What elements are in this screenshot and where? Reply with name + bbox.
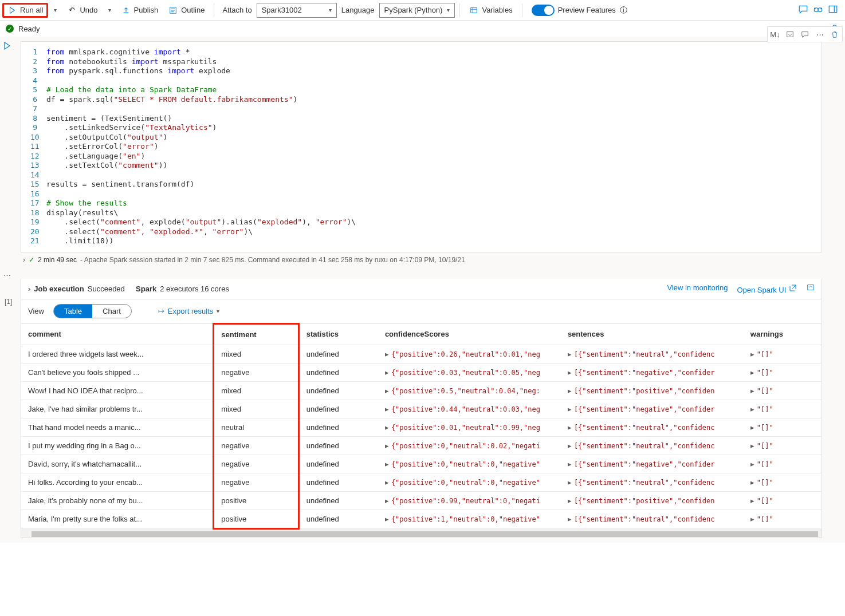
expand-triangle-icon[interactable]: ▸ [568, 386, 572, 395]
expand-triangle-icon[interactable]: ▸ [385, 496, 389, 505]
expand-triangle-icon[interactable]: ▸ [385, 515, 389, 523]
scrollbar-thumb[interactable] [32, 531, 818, 537]
toggle-switch[interactable] [532, 5, 555, 16]
column-header[interactable]: statistics [298, 323, 378, 345]
panel-icon[interactable] [828, 4, 838, 16]
undo-dropdown[interactable]: ▾ [104, 5, 116, 15]
expand-triangle-icon[interactable]: ▸ [385, 350, 389, 358]
code-line[interactable]: df = spark.sql("SELECT * FROM default.fa… [46, 95, 297, 105]
cell-run-button[interactable] [2, 41, 11, 52]
expand-triangle-icon[interactable]: ▸ [568, 515, 572, 523]
column-header[interactable]: comment [21, 323, 214, 345]
code-line[interactable]: .setOutputCol("output") [46, 133, 167, 143]
table-row[interactable]: Can't believe you fools shipped ...negat… [21, 363, 822, 381]
expand-triangle-icon[interactable]: ▸ [568, 405, 572, 413]
open-spark-ui-link[interactable]: Open Spark UI [737, 283, 797, 294]
code-line[interactable]: # Load the data into a Spark DataFrame [46, 85, 217, 95]
language-select[interactable]: PySpark (Python) ▾ [379, 3, 455, 18]
expand-triangle-icon[interactable]: ▸ [568, 441, 572, 450]
column-header[interactable]: warnings [744, 323, 822, 345]
table-view-button[interactable]: Table [54, 305, 92, 318]
code-line[interactable]: from mmlspark.cognitive import * [46, 48, 190, 57]
column-header[interactable]: confidenceScores [378, 323, 561, 345]
cell-collapse-button[interactable] [784, 28, 796, 41]
code-line[interactable]: .setLinkedService("TextAnalytics") [46, 123, 217, 133]
chart-view-button[interactable]: Chart [92, 305, 131, 318]
results-table-scroll[interactable]: commentsentimentstatisticsconfidenceScor… [21, 323, 822, 530]
horizontal-scrollbar[interactable] [21, 530, 822, 538]
cell-comment-button[interactable] [799, 28, 811, 41]
table-row[interactable]: That hand model needs a manic...neutralu… [21, 418, 822, 436]
code-line[interactable]: .limit(10)) [46, 236, 113, 246]
expand-triangle-icon[interactable]: ▸ [750, 441, 754, 450]
preview-features-toggle[interactable]: Preview Features ⓘ [527, 2, 633, 18]
code-line[interactable]: from notebookutils import mssparkutils [46, 57, 217, 67]
table-row[interactable]: Hi folks. According to your encab...nega… [21, 473, 822, 491]
expand-triangle-icon[interactable]: ▸ [568, 423, 572, 432]
export-results-button[interactable]: ↦ Export results ▾ [158, 307, 219, 315]
expand-triangle-icon[interactable]: ▸ [385, 441, 389, 450]
expand-triangle-icon[interactable]: ▸ [385, 423, 389, 432]
code-line[interactable]: .select("comment", "exploded.*", "error"… [46, 227, 253, 237]
code-line[interactable]: results = sentiment.transform(df) [46, 180, 194, 189]
table-row[interactable]: Jake, I've had similar problems tr...mix… [21, 400, 822, 418]
code-line[interactable]: .select("comment", explode("output").ali… [46, 218, 356, 227]
chevron-icon[interactable]: › [28, 285, 30, 293]
table-row[interactable]: Maria, I'm pretty sure the folks at...po… [21, 510, 822, 528]
cell-confidenceScores: ▸{"positive":0.03,"neutral":0.05,"neg [378, 363, 561, 381]
code-line[interactable]: from pyspark.sql.functions import explod… [46, 66, 230, 76]
publish-button[interactable]: Publish [117, 3, 163, 17]
expand-triangle-icon[interactable]: ▸ [568, 368, 572, 377]
expand-triangle-icon[interactable]: ▸ [750, 515, 754, 523]
expand-triangle-icon[interactable]: ▸ [750, 460, 754, 468]
table-row[interactable]: David, sorry, it's whatchamacallit...neg… [21, 455, 822, 473]
expand-triangle-icon[interactable]: ▸ [750, 478, 754, 487]
code-line[interactable]: .setLanguage("en") [46, 152, 145, 161]
table-row[interactable]: I put my wedding ring in a Bag o...negat… [21, 436, 822, 455]
code-line[interactable]: sentiment = (TextSentiment() [46, 114, 172, 124]
chevron-icon[interactable]: › [23, 256, 25, 264]
status-text: Ready [18, 25, 40, 33]
column-header[interactable]: sentiment [214, 323, 298, 345]
expand-triangle-icon[interactable]: ▸ [750, 386, 754, 395]
run-all-button[interactable]: Run all [2, 3, 48, 18]
code-line[interactable]: .setTextCol("comment")) [46, 161, 167, 171]
expand-triangle-icon[interactable]: ▸ [385, 405, 389, 413]
table-row[interactable]: Wow! I had NO IDEA that recipro...mixedu… [21, 381, 822, 400]
expand-triangle-icon[interactable]: ▸ [750, 405, 754, 413]
code-editor[interactable]: 1from mmlspark.cognitive import *2from n… [21, 41, 822, 252]
expand-triangle-icon[interactable]: ▸ [385, 478, 389, 487]
undo-button[interactable]: ↶ Undo [62, 3, 102, 17]
spectacles-icon[interactable] [813, 4, 823, 16]
cell-more-button[interactable]: ⋯ [813, 28, 826, 41]
more-options-button[interactable]: ⋯ [3, 271, 822, 279]
expand-triangle-icon[interactable]: ▸ [385, 368, 389, 377]
expand-triangle-icon[interactable]: ▸ [568, 496, 572, 505]
table-row[interactable]: Jake, it's probably none of my bu...posi… [21, 491, 822, 510]
run-dropdown[interactable]: ▾ [49, 5, 61, 15]
expand-triangle-icon[interactable]: ▸ [568, 478, 572, 487]
code-line[interactable]: .setErrorCol("error") [46, 142, 159, 152]
variables-button[interactable]: Variables [465, 3, 517, 17]
cell-delete-button[interactable] [828, 28, 841, 41]
output-expand-button[interactable] [807, 283, 815, 294]
table-row[interactable]: I ordered three widgets last week...mixe… [21, 345, 822, 363]
expand-triangle-icon[interactable]: ▸ [750, 350, 754, 358]
expand-triangle-icon[interactable]: ▸ [750, 496, 754, 505]
expand-triangle-icon[interactable]: ▸ [568, 350, 572, 358]
code-line[interactable]: # Show the results [46, 199, 127, 208]
expand-triangle-icon[interactable]: ▸ [385, 386, 389, 395]
comment-icon[interactable] [798, 4, 808, 16]
expand-triangle-icon[interactable]: ▸ [750, 368, 754, 377]
cell-sentences: ▸[{"sentiment":"positive","confiden [561, 381, 744, 400]
view-in-monitoring-link[interactable]: View in monitoring [667, 283, 728, 294]
column-header[interactable]: sentences [561, 323, 744, 345]
attach-to-select[interactable]: Spark31002 ▾ [257, 3, 337, 18]
exec-duration: 2 min 49 sec [38, 256, 77, 264]
expand-triangle-icon[interactable]: ▸ [568, 460, 572, 468]
expand-triangle-icon[interactable]: ▸ [750, 423, 754, 432]
code-line[interactable]: display(results\ [46, 208, 118, 218]
expand-triangle-icon[interactable]: ▸ [385, 460, 389, 468]
markdown-toggle-button[interactable]: M↓ [769, 28, 781, 41]
outline-button[interactable]: Outline [164, 3, 209, 17]
